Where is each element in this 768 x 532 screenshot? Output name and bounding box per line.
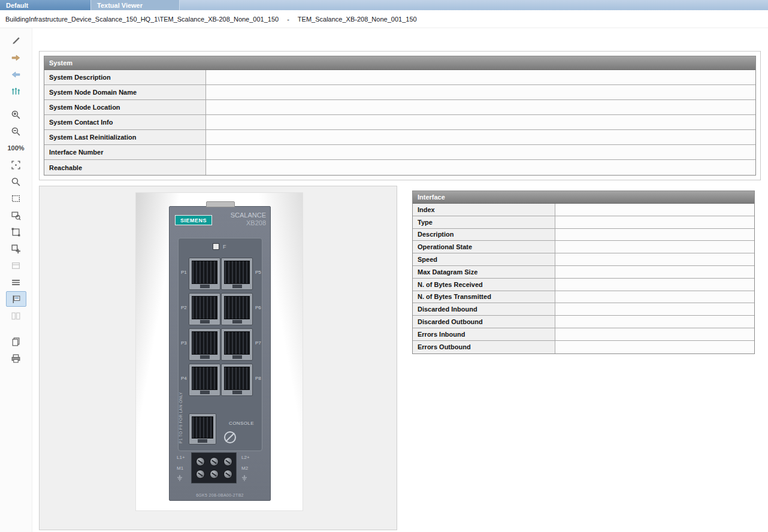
forward-arrow-icon[interactable] xyxy=(6,50,26,65)
row-value xyxy=(555,341,754,353)
row-value xyxy=(206,130,755,144)
terminal-screw xyxy=(210,470,219,479)
row-value xyxy=(555,204,754,216)
device-part-number: 6GK5 208-0BA00-2TB2 xyxy=(170,493,270,497)
textual-view-icon[interactable] xyxy=(6,291,26,307)
console-port xyxy=(189,413,216,445)
zoom-in-icon[interactable] xyxy=(6,107,26,122)
row-label: System Last Reinitialization xyxy=(44,130,206,144)
table-row: System Description xyxy=(44,70,755,85)
row-label: Speed xyxy=(413,253,555,265)
power-label-l2: L2+ xyxy=(241,455,250,460)
device-model-line1: SCALANCE xyxy=(231,211,266,219)
add-view-icon[interactable] xyxy=(6,241,26,256)
port-label-p3: P3 xyxy=(181,340,187,346)
row-value xyxy=(555,303,754,315)
row-label: Discarded Inbound xyxy=(413,303,555,315)
din-clip xyxy=(206,201,235,207)
fault-led-label: F xyxy=(223,244,226,250)
tab-textual-viewer[interactable]: Textual Viewer xyxy=(91,0,180,10)
row-label: N. of Bytes Received xyxy=(413,279,555,291)
row-label: System Contact Info xyxy=(44,115,206,129)
lan-only-label: P1 TO P8 FOR LAN ONLY xyxy=(179,371,183,443)
interface-table-body: IndexTypeDescriptionOperational StateSpe… xyxy=(413,204,754,353)
list-icon[interactable] xyxy=(6,274,26,290)
row-value xyxy=(206,85,755,99)
system-table-body: System DescriptionSystem Node Domain Nam… xyxy=(44,70,755,175)
fault-led xyxy=(213,243,219,250)
row-label: Discarded Outbound xyxy=(413,316,555,328)
interface-table: Interface IndexTypeDescriptionOperationa… xyxy=(412,191,755,354)
terminal-screw xyxy=(210,457,219,466)
prohibition-icon xyxy=(224,431,236,443)
breadcrumb-selection: TEM_Scalance_XB-208_None_001_150 xyxy=(298,16,417,23)
rj45-port-grid xyxy=(189,258,253,396)
left-toolbar: 100% xyxy=(0,28,32,532)
table-row: System Node Domain Name xyxy=(44,85,755,100)
row-value xyxy=(555,216,754,228)
search-icon[interactable] xyxy=(6,174,26,189)
table-row: Description xyxy=(413,229,754,241)
row-value xyxy=(206,115,755,129)
siemens-logo: SIEMENS xyxy=(175,215,212,225)
zoom-level-label[interactable]: 100% xyxy=(6,140,26,156)
row-label: Description xyxy=(413,229,555,241)
table-row: System Last Reinitialization xyxy=(44,130,755,145)
device-model: SCALANCE XB208 xyxy=(231,211,266,227)
back-arrow-icon[interactable] xyxy=(6,66,26,82)
device-photo: SIEMENS SCALANCE XB208 F xyxy=(135,192,303,511)
copy-icon[interactable] xyxy=(6,334,26,349)
row-label: Errors Outbound xyxy=(413,341,555,353)
layout-icon[interactable] xyxy=(6,308,26,324)
rj45-port xyxy=(221,293,253,325)
crop-icon[interactable] xyxy=(6,224,26,240)
tab-default[interactable]: Default xyxy=(0,0,91,10)
row-value xyxy=(555,316,754,328)
table-row: System Node Location xyxy=(44,100,755,115)
ground-icon xyxy=(241,475,247,481)
table-row: Operational State xyxy=(413,241,754,253)
row-value xyxy=(555,229,754,241)
rj45-port xyxy=(221,328,253,361)
select-area-icon[interactable] xyxy=(6,191,26,206)
power-label-l1: L1+ xyxy=(177,455,185,460)
frame-icon[interactable] xyxy=(6,258,26,273)
port-label-p1: P1 xyxy=(181,270,187,275)
system-table-header: System xyxy=(44,56,755,70)
port-label-p8: P8 xyxy=(255,376,261,381)
port-label-p7: P7 xyxy=(255,340,261,346)
signal-levels-icon[interactable] xyxy=(6,83,26,99)
system-section: System System DescriptionSystem Node Dom… xyxy=(39,51,761,180)
table-row: Discarded Inbound xyxy=(413,303,754,316)
row-value xyxy=(555,291,754,303)
table-row: N. of Bytes Transmitted xyxy=(413,291,754,304)
zoom-area-icon[interactable] xyxy=(6,207,26,223)
table-row: Errors Outbound xyxy=(413,341,754,353)
row-value xyxy=(555,241,754,253)
power-label-m2: M2 xyxy=(241,466,248,471)
row-value xyxy=(555,253,754,265)
print-icon[interactable] xyxy=(6,350,26,366)
breadcrumb-path[interactable]: BuildingInfrastructure_Device_Scalance_1… xyxy=(5,16,279,23)
terminal-screw xyxy=(196,470,205,479)
row-value xyxy=(555,266,754,278)
zoom-fit-icon[interactable] xyxy=(6,157,26,173)
table-row: Reachable xyxy=(44,160,755,175)
zoom-out-icon[interactable] xyxy=(6,123,26,139)
main-content: System System DescriptionSystem Node Dom… xyxy=(32,28,768,532)
terminal-screw xyxy=(196,457,205,466)
system-table: System System DescriptionSystem Node Dom… xyxy=(44,56,756,176)
tab-default-label: Default xyxy=(6,2,28,9)
row-value xyxy=(206,145,755,159)
breadcrumb: BuildingInfrastructure_Device_Scalance_1… xyxy=(0,10,768,28)
row-label: Type xyxy=(413,216,555,228)
row-value xyxy=(206,100,755,114)
row-label: Reachable xyxy=(44,160,206,175)
scalance-device: SIEMENS SCALANCE XB208 F xyxy=(169,206,271,501)
row-label: System Node Location xyxy=(44,100,206,114)
row-label: System Node Domain Name xyxy=(44,85,206,99)
device-model-line2: XB208 xyxy=(231,219,266,227)
table-row: Discarded Outbound xyxy=(413,316,754,328)
port-label-p6: P6 xyxy=(255,305,261,310)
edit-pen-icon[interactable] xyxy=(6,33,26,49)
